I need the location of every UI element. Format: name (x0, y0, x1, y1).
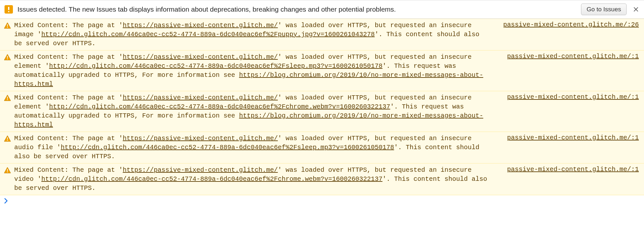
console-source-link[interactable]: passive-mixed-content.glitch.me/:1 (507, 134, 639, 141)
console-message-text: Mixed Content: The page at 'https://pass… (14, 53, 494, 89)
console-source-link[interactable]: passive-mixed-content.glitch.me/:1 (507, 93, 639, 101)
svg-rect-0 (7, 24, 8, 26)
svg-rect-2 (7, 56, 8, 58)
console-message-text: Mixed Content: The page at 'https://pass… (14, 21, 490, 48)
console-message-text: Mixed Content: The page at 'https://pass… (14, 134, 494, 161)
console-source-link[interactable]: passive-mixed-content.glitch.me/:1 (507, 166, 639, 173)
console-message-text: Mixed Content: The page at 'https://pass… (14, 166, 494, 193)
console-link[interactable]: http://cdn.glitch.com/446ca0ec-cc52-4774… (61, 144, 394, 151)
issues-badge-icon (5, 5, 13, 14)
console-source-link[interactable]: passive-mixed-content.glitch.me/:26 (503, 21, 639, 28)
svg-point-5 (7, 99, 8, 100)
issues-infobar: Issues detected. The new Issues tab disp… (0, 0, 644, 19)
close-icon[interactable] (632, 6, 639, 13)
svg-rect-6 (7, 137, 8, 139)
issues-infobar-text: Issues detected. The new Issues tab disp… (17, 5, 576, 13)
console-text-fragment: Mixed Content: The page at ' (14, 94, 123, 101)
svg-point-1 (7, 27, 8, 28)
warning-triangle-icon (4, 135, 11, 142)
svg-point-9 (7, 171, 8, 172)
go-to-issues-button[interactable]: Go to Issues (581, 4, 627, 15)
console-link[interactable]: http://cdn.glitch.com/446ca0ec-cc52-4774… (49, 62, 382, 70)
console-warning-row: Mixed Content: The page at 'https://pass… (0, 163, 644, 195)
console-text-fragment: Mixed Content: The page at ' (14, 166, 123, 174)
console-warning-row: Mixed Content: The page at 'https://pass… (0, 132, 644, 163)
warning-triangle-icon (4, 167, 11, 173)
console-text-fragment: Mixed Content: The page at ' (14, 22, 123, 29)
svg-rect-4 (7, 97, 8, 99)
console-link[interactable]: https://passive-mixed-content.glitch.me/ (123, 53, 278, 61)
console-warning-row: Mixed Content: The page at 'https://pass… (0, 91, 644, 132)
warning-triangle-icon (4, 54, 11, 60)
console-text-fragment: Mixed Content: The page at ' (14, 53, 123, 61)
console-link[interactable]: https://passive-mixed-content.glitch.me/ (123, 22, 278, 29)
console-link[interactable]: http://cdn.glitch.com/446ca0ec-cc52-4774… (41, 31, 375, 38)
console-messages-list: Mixed Content: The page at 'https://pass… (0, 19, 644, 195)
console-link[interactable]: http://cdn.glitch.com/446ca0ec-cc52-4774… (49, 103, 390, 110)
console-link[interactable]: https://passive-mixed-content.glitch.me/ (123, 166, 278, 174)
console-link[interactable]: https://passive-mixed-content.glitch.me/ (123, 135, 278, 142)
console-text-fragment: Mixed Content: The page at ' (14, 135, 123, 142)
warning-triangle-icon (4, 22, 11, 29)
console-message-text: Mixed Content: The page at 'https://pass… (14, 93, 494, 129)
console-link[interactable]: https://passive-mixed-content.glitch.me/ (123, 94, 278, 101)
console-link[interactable]: http://cdn.glitch.com/446ca0ec-cc52-4774… (41, 175, 382, 183)
console-source-link[interactable]: passive-mixed-content.glitch.me/:1 (507, 53, 639, 60)
console-warning-row: Mixed Content: The page at 'https://pass… (0, 50, 644, 91)
svg-point-3 (7, 58, 8, 59)
svg-point-7 (7, 140, 8, 141)
svg-rect-8 (7, 169, 8, 171)
caret-right-icon (4, 198, 8, 204)
console-input-row[interactable] (0, 195, 644, 206)
warning-triangle-icon (4, 95, 11, 101)
devtools-console-panel: Issues detected. The new Issues tab disp… (0, 0, 644, 206)
console-warning-row: Mixed Content: The page at 'https://pass… (0, 19, 644, 50)
